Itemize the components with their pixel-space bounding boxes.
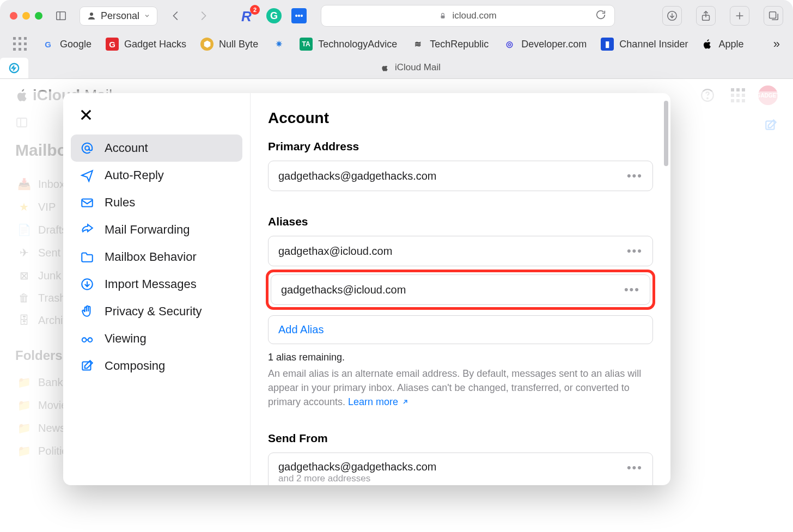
page-content: iCloud Mail GADGET Mailboxes 📥Inbox ★VIP… bbox=[0, 79, 793, 532]
nav-item-privacy-security[interactable]: Privacy & Security bbox=[71, 298, 242, 325]
lock-icon bbox=[439, 12, 447, 20]
settings-title: Account bbox=[268, 109, 653, 127]
primary-address-value: gadgethacks@gadgethacks.com bbox=[278, 170, 436, 182]
address-bar[interactable]: icloud.com bbox=[321, 5, 615, 27]
compose-icon bbox=[80, 358, 95, 374]
pinned-tab[interactable] bbox=[0, 58, 28, 78]
nav-item-account[interactable]: Account bbox=[71, 134, 242, 162]
bookmarks-overflow[interactable]: » bbox=[773, 37, 780, 51]
bookmark-channel-insider[interactable]: ▮Channel Insider bbox=[601, 38, 688, 51]
bookmark-techrepublic[interactable]: ≋TechRepublic bbox=[411, 38, 489, 51]
nav-item-mailbox-behavior[interactable]: Mailbox Behavior bbox=[71, 243, 242, 271]
send-from-sub: and 2 more addresses bbox=[278, 473, 436, 484]
aliases-title: Aliases bbox=[268, 215, 653, 228]
downloads-button[interactable] bbox=[662, 6, 682, 26]
download-circle-icon bbox=[80, 277, 95, 292]
extension-r-icon[interactable]: R 2 bbox=[241, 8, 257, 23]
settings-nav: Account Auto-Reply Rules Mail Forwarding… bbox=[63, 93, 251, 485]
bookmark-technologyadvice[interactable]: TATechnologyAdvice bbox=[300, 38, 397, 51]
add-alias-button[interactable]: Add Alias bbox=[268, 315, 653, 344]
svg-point-24 bbox=[88, 338, 93, 342]
external-link-icon bbox=[401, 398, 409, 406]
bookmark-developer-com[interactable]: ◎Developer.com bbox=[503, 38, 587, 51]
bookmark-apple[interactable]: Apple bbox=[702, 39, 743, 50]
svg-point-2 bbox=[90, 13, 93, 16]
more-icon[interactable]: ••• bbox=[624, 283, 640, 297]
more-icon[interactable]: ••• bbox=[627, 169, 643, 183]
close-window-button[interactable] bbox=[10, 12, 17, 20]
send-from-row[interactable]: gadgethacks@gadgethacks.com and 2 more a… bbox=[268, 452, 653, 485]
tab-overview-button[interactable] bbox=[764, 6, 783, 26]
tab-strip: iCloud Mail bbox=[0, 58, 793, 78]
nav-item-mail-forwarding[interactable]: Mail Forwarding bbox=[71, 216, 242, 243]
alias-remaining-text: 1 alias remaining. bbox=[268, 352, 653, 363]
plane-icon bbox=[80, 168, 95, 183]
alias-row[interactable]: gadgethax@icloud.com ••• bbox=[268, 236, 653, 266]
window-controls bbox=[10, 12, 42, 20]
nav-item-viewing[interactable]: Viewing bbox=[71, 325, 242, 352]
alias-row-highlighted: gadgethacks@icloud.com ••• bbox=[266, 270, 655, 310]
primary-address-row[interactable]: gadgethacks@gadgethacks.com ••• bbox=[268, 161, 653, 191]
extension-r-badge: 2 bbox=[250, 5, 260, 15]
svg-point-18 bbox=[85, 146, 89, 150]
minimize-window-button[interactable] bbox=[22, 12, 30, 20]
active-tab[interactable]: iCloud Mail bbox=[28, 58, 793, 78]
extension-lastpass-icon[interactable]: ••• bbox=[291, 8, 307, 23]
send-from-title: Send From bbox=[268, 432, 653, 445]
bookmarks-apps-icon[interactable] bbox=[13, 37, 27, 51]
glasses-icon bbox=[80, 331, 95, 346]
extension-grammarly-icon[interactable]: G bbox=[266, 8, 282, 23]
at-icon bbox=[80, 140, 95, 156]
more-icon[interactable]: ••• bbox=[627, 461, 643, 475]
close-button[interactable] bbox=[71, 104, 242, 134]
svg-rect-9 bbox=[770, 12, 776, 19]
bookmark-google[interactable]: GGoogle bbox=[41, 38, 91, 51]
nav-item-rules[interactable]: Rules bbox=[71, 189, 242, 216]
envelope-x-icon bbox=[80, 195, 95, 210]
svg-rect-3 bbox=[441, 15, 445, 18]
settings-modal: Account Auto-Reply Rules Mail Forwarding… bbox=[63, 93, 670, 485]
bookmark-gadget-hacks[interactable]: GGadget Hacks bbox=[106, 38, 186, 51]
alias-value: gadgethax@icloud.com bbox=[278, 245, 392, 258]
bookmark-null-byte[interactable]: ⬢Null Byte bbox=[200, 38, 258, 51]
url-text: icloud.com bbox=[452, 10, 496, 21]
fullscreen-window-button[interactable] bbox=[35, 12, 42, 20]
nav-forward-button[interactable] bbox=[194, 7, 212, 25]
alias-value: gadgethacks@icloud.com bbox=[281, 284, 406, 296]
settings-content: Account Primary Address gadgethacks@gadg… bbox=[251, 93, 670, 485]
share-button[interactable] bbox=[696, 6, 716, 26]
bookmark-gear[interactable]: ✷ bbox=[272, 38, 285, 51]
send-from-value: gadgethacks@gadgethacks.com bbox=[278, 461, 436, 473]
svg-rect-0 bbox=[57, 12, 66, 20]
svg-point-23 bbox=[82, 338, 87, 342]
tab-title-text: iCloud Mail bbox=[395, 62, 441, 73]
new-tab-button[interactable] bbox=[730, 6, 749, 26]
nav-item-composing[interactable]: Composing bbox=[71, 352, 242, 380]
browser-chrome: Personal R 2 G ••• icloud.com GGoogle GG… bbox=[0, 0, 793, 79]
learn-more-link[interactable]: Learn more bbox=[348, 395, 409, 409]
primary-address-title: Primary Address bbox=[268, 140, 653, 153]
bookmarks-bar: GGoogle GGadget Hacks ⬢Null Byte ✷ TATec… bbox=[0, 32, 793, 58]
more-icon[interactable]: ••• bbox=[627, 244, 643, 258]
svg-rect-19 bbox=[82, 199, 93, 207]
scrollbar-thumb[interactable] bbox=[664, 101, 668, 166]
nav-item-auto-reply[interactable]: Auto-Reply bbox=[71, 162, 242, 189]
nav-item-import-messages[interactable]: Import Messages bbox=[71, 271, 242, 298]
reload-button[interactable] bbox=[595, 9, 607, 23]
alias-description: An email alias is an alternate email add… bbox=[268, 366, 653, 409]
forward-icon bbox=[80, 222, 95, 237]
nav-back-button[interactable] bbox=[167, 7, 185, 25]
profile-label: Personal bbox=[101, 10, 139, 22]
folder-icon bbox=[80, 249, 95, 265]
alias-row[interactable]: gadgethacks@icloud.com ••• bbox=[271, 274, 650, 305]
sidebar-toggle-button[interactable] bbox=[52, 7, 70, 25]
profile-selector[interactable]: Personal bbox=[80, 7, 157, 26]
hand-icon bbox=[80, 304, 95, 319]
